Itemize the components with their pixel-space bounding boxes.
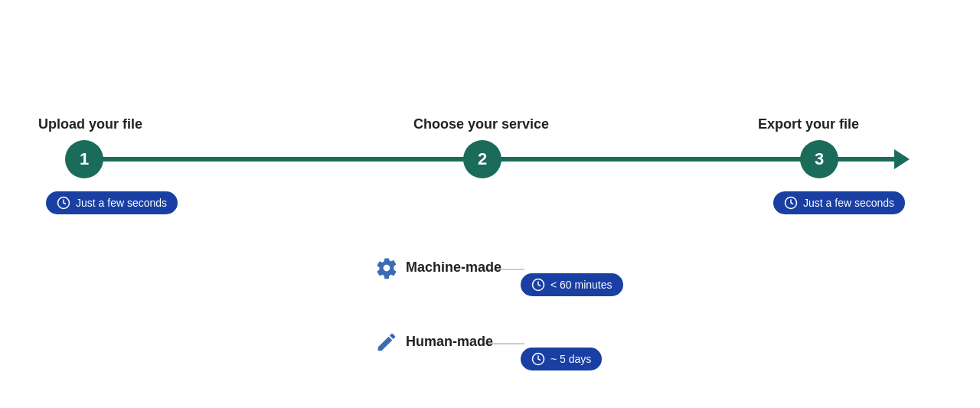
- time-badge-step3-text: Just a few seconds: [803, 197, 894, 209]
- clock-icon-human: [531, 352, 545, 366]
- service-human-option: Human-made: [375, 331, 493, 354]
- step-1-number: 1: [80, 149, 89, 169]
- time-badge-machine: < 60 minutes: [521, 273, 623, 296]
- time-badge-machine-text: < 60 minutes: [550, 279, 612, 291]
- step-2-label-text: Choose your service: [413, 116, 549, 132]
- step-2-circle: 2: [463, 140, 501, 178]
- time-badge-step3: Just a few seconds: [773, 191, 905, 214]
- time-badge-step1: Just a few seconds: [46, 191, 178, 214]
- step-1-label: Upload your file: [38, 116, 142, 132]
- service-human-label: Human-made: [406, 334, 493, 350]
- step-1-circle: 1: [65, 140, 103, 178]
- step-2-label: Choose your service: [413, 116, 549, 132]
- clock-icon-step3: [784, 196, 798, 210]
- time-badge-step1-text: Just a few seconds: [76, 197, 167, 209]
- step-1-label-text: Upload your file: [38, 116, 142, 132]
- step-2-number: 2: [478, 149, 487, 169]
- clock-icon-step1: [57, 196, 70, 210]
- clock-icon-machine: [531, 278, 545, 292]
- gear-icon: [375, 256, 398, 279]
- step-3-label: Export your file: [758, 116, 859, 132]
- time-badge-human: ~ 5 days: [521, 348, 602, 370]
- step-3-circle: 3: [800, 140, 838, 178]
- pencil-icon: [375, 331, 398, 354]
- service-machine-label: Machine-made: [406, 259, 501, 276]
- service-machine-option: Machine-made: [375, 256, 501, 279]
- time-badge-human-text: ~ 5 days: [550, 353, 591, 365]
- diagram-container: 1 2 3 Upload your file Choose your servi…: [38, 44, 942, 365]
- step-3-label-text: Export your file: [758, 116, 859, 132]
- step-3-number: 3: [815, 149, 824, 169]
